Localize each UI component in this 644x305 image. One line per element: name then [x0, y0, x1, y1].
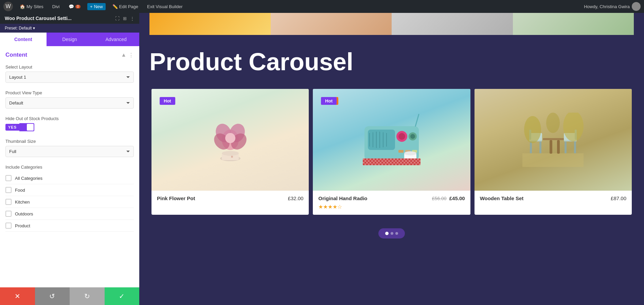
dot-2[interactable]: [391, 232, 393, 235]
section-title: Content: [5, 52, 27, 58]
dots-wrapper: [378, 228, 405, 239]
product-name-2: Original Hand Radio: [318, 195, 367, 201]
select-layout-label: Select Layout: [5, 64, 134, 70]
edit-page-link[interactable]: ✏️ Edit Page: [110, 3, 140, 10]
collapse-icon[interactable]: ▲: [121, 52, 126, 58]
svg-rect-32: [363, 158, 421, 165]
layout-select[interactable]: Layout 1 Layout 2 Layout 3: [5, 72, 134, 83]
strip-image-4: [513, 13, 634, 35]
thumbnail-select[interactable]: Full Medium Small: [5, 146, 134, 157]
grid-icon[interactable]: ⊞: [123, 16, 127, 21]
top-strip: [149, 13, 634, 35]
toggle-row: YES: [5, 123, 134, 131]
dots-indicator: [149, 228, 634, 239]
product-view-select[interactable]: Default Grid List: [5, 97, 134, 109]
more-icon[interactable]: ⋮: [130, 16, 135, 21]
product-card-3: Wooden Table Set £87.00: [475, 89, 632, 215]
hide-stock-field: Hide Out of Stock Products YES: [5, 116, 134, 131]
chevron-down-icon[interactable]: ▾: [33, 26, 35, 31]
categories-list: All Categories Food Kitchen Outdoors: [5, 172, 134, 232]
preset-bar: Preset: Default ▾: [0, 24, 139, 33]
dot-3[interactable]: [395, 232, 398, 235]
category-product-label: Product: [15, 223, 30, 228]
category-outdoors: Outdoors: [5, 208, 134, 220]
products-grid: Hot: [149, 89, 634, 215]
bottom-toolbar: ✕ ↺ ↻ ✓: [0, 287, 139, 305]
category-food-label: Food: [15, 188, 25, 193]
product-new-price-2: £45.00: [449, 195, 465, 201]
divi-menu[interactable]: Divi: [50, 3, 62, 10]
redo-button[interactable]: ↻: [70, 287, 105, 305]
carousel-title: Product Carousel: [149, 49, 634, 75]
svg-point-47: [524, 116, 541, 143]
redo-icon: ↻: [84, 292, 90, 300]
category-food-checkbox[interactable]: [5, 187, 12, 193]
home-icon: 🏠: [20, 4, 25, 9]
category-product: Product: [5, 220, 134, 232]
category-product-checkbox[interactable]: [5, 223, 12, 229]
svg-rect-43: [565, 141, 567, 153]
product-price-2: £56.00 £45.00: [432, 195, 465, 201]
category-outdoors-label: Outdoors: [15, 211, 33, 216]
section-more-icon[interactable]: ⋮: [128, 52, 134, 58]
svg-point-9: [231, 156, 233, 158]
strip-image-3: [392, 13, 513, 35]
undo-button[interactable]: ↺: [35, 287, 70, 305]
strip-image-1: [149, 13, 271, 35]
comment-count-badge: 0: [75, 5, 81, 8]
user-info: Howdy, Christina Gwira: [584, 2, 641, 11]
save-button[interactable]: ✓: [105, 287, 140, 305]
product-price-1: £32.00: [288, 195, 303, 201]
svg-point-28: [404, 151, 416, 155]
category-kitchen-checkbox[interactable]: [5, 199, 12, 205]
product-old-price-2: £56.00: [432, 196, 447, 201]
category-all-checkbox[interactable]: [5, 175, 12, 181]
top-navigation: W 🏠 My Sites Divi 💬 0 + New ✏️ Edit Page…: [0, 0, 644, 13]
svg-rect-39: [539, 141, 541, 153]
main-layout: Woo Product Carousel Setti... ⛶ ⊞ ⋮ Pres…: [0, 13, 644, 305]
exit-builder-link[interactable]: Exit Visual Builder: [145, 3, 185, 10]
panel-header-controls: ⛶ ⊞ ⋮: [115, 16, 135, 21]
product-view-label: Product View Type: [5, 90, 134, 95]
product-card-1: Hot: [151, 89, 309, 215]
svg-point-5: [225, 133, 235, 143]
product-stars-2: ★★★★☆: [318, 204, 465, 210]
product-view-field: Product View Type Default Grid List: [5, 90, 134, 109]
content-section-header: Content ▲ ⋮: [5, 52, 134, 58]
category-outdoors-checkbox[interactable]: [5, 211, 12, 217]
cancel-button[interactable]: ✕: [0, 287, 35, 305]
comment-icon: 💬: [69, 4, 74, 9]
product-name-1: Pink Flower Pot: [157, 195, 195, 201]
product-price-3: £87.00: [611, 195, 626, 201]
svg-rect-44: [574, 141, 576, 153]
svg-rect-33: [522, 153, 584, 167]
avatar: [632, 2, 641, 11]
preview-area: Product Carousel Hot: [139, 13, 644, 305]
product-info-3: Wooden Table Set £87.00: [475, 191, 632, 206]
svg-point-8: [222, 151, 239, 156]
cancel-icon: ✕: [15, 292, 20, 300]
category-all-label: All Categories: [15, 176, 42, 181]
fullscreen-icon[interactable]: ⛶: [115, 16, 120, 21]
tab-bar: Content Design Advanced: [0, 33, 139, 46]
tab-design[interactable]: Design: [47, 33, 93, 46]
hide-stock-toggle[interactable]: [19, 123, 34, 131]
svg-line-25: [415, 114, 419, 126]
comments-menu[interactable]: 💬 0: [67, 3, 83, 10]
my-sites-menu[interactable]: 🏠 My Sites: [18, 3, 46, 10]
thumbnail-size-field: Thumbnail Size Full Medium Small: [5, 139, 134, 157]
svg-rect-11: [368, 130, 395, 150]
strip-image-2: [271, 13, 392, 35]
settings-panel: Woo Product Carousel Setti... ⛶ ⊞ ⋮ Pres…: [0, 13, 139, 305]
pencil-icon: ✏️: [112, 4, 118, 9]
dot-1[interactable]: [385, 232, 389, 235]
new-menu[interactable]: + New: [87, 3, 106, 10]
wordpress-icon[interactable]: W: [3, 2, 13, 11]
product-info-2: Original Hand Radio £56.00 £45.00 ★★★★☆: [313, 191, 470, 215]
tab-advanced[interactable]: Advanced: [93, 33, 139, 46]
panel-content-area: Content ▲ ⋮ Select Layout Layout 1 Layou…: [0, 46, 139, 287]
svg-rect-34: [543, 138, 567, 140]
tab-content[interactable]: Content: [0, 33, 47, 46]
table-image: [475, 89, 632, 191]
badge-hot-1: Hot: [160, 97, 175, 105]
